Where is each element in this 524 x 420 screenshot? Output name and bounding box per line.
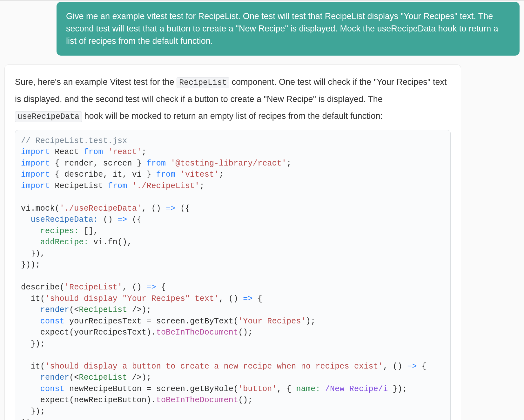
code-body: // RecipeList.test.jsx import React from…: [15, 130, 450, 420]
intro-text-3: hook will be mocked to return an empty l…: [82, 111, 383, 121]
intro-text-1: Sure, here's an example Vitest test for …: [15, 77, 177, 87]
inline-code-userecipedata: useRecipeData: [15, 111, 82, 122]
code-comment: // RecipeList.test.jsx: [21, 136, 127, 146]
assistant-message: Sure, here's an example Vitest test for …: [4, 64, 461, 420]
user-message-text: Give me an example vitest test for Recip…: [66, 11, 498, 46]
assistant-intro: Sure, here's an example Vitest test for …: [15, 74, 451, 125]
inline-code-recipelist: RecipeList: [177, 77, 229, 88]
code-block: // RecipeList.test.jsx import React from…: [15, 130, 451, 420]
user-message: Give me an example vitest test for Recip…: [57, 2, 520, 56]
